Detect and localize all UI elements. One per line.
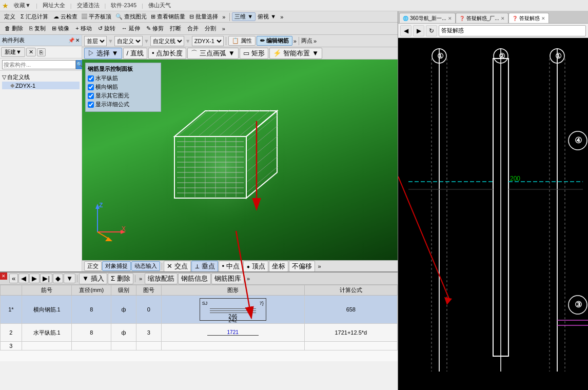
cb-transverse[interactable]: 横向钢筋: [88, 83, 159, 91]
row-name-3[interactable]: [22, 342, 72, 350]
row-formula-1[interactable]: 658: [304, 296, 397, 324]
address-bar[interactable]: [439, 25, 586, 36]
browser-content[interactable]: 200 ① ② ① ④: [398, 38, 588, 390]
intersection-btn[interactable]: ✕ 交点: [164, 261, 191, 272]
menu-define[interactable]: 定义: [2, 13, 17, 21]
menu-find[interactable]: 🔍 查找图元: [113, 13, 149, 21]
bookmark-4[interactable]: 软件·2345: [109, 2, 139, 9]
zoom-rebar-btn[interactable]: 缩放配筋: [145, 273, 178, 284]
more-table2[interactable]: »: [245, 276, 252, 282]
snap-btn[interactable]: 对象捕捉: [102, 261, 131, 271]
row-shape-1[interactable]: 0: [136, 296, 161, 324]
more-table[interactable]: »: [137, 276, 144, 282]
more-btn[interactable]: »: [293, 38, 297, 44]
menu-align-top[interactable]: ▤ 平齐板顶: [80, 13, 113, 21]
more-status[interactable]: »: [316, 263, 323, 269]
no-offset-btn[interactable]: 不偏移: [289, 261, 315, 272]
table-row[interactable]: 3: [1, 342, 398, 350]
row-formula-2[interactable]: 1721+12.5*d: [304, 324, 397, 342]
menu-3d[interactable]: 三维 ▼: [232, 12, 256, 21]
nav-diamond[interactable]: ◆: [53, 274, 63, 283]
row-grade-2[interactable]: ф: [111, 324, 136, 342]
tool-copy[interactable]: ⎘ 复制: [27, 24, 48, 33]
row-diameter-1[interactable]: 8: [72, 296, 111, 324]
menu-cloud-check[interactable]: ☁ 云检查: [51, 13, 80, 21]
menu-batch-select[interactable]: ⊟ 批量选择: [187, 13, 220, 21]
tool-rotate[interactable]: ↺ 旋转: [95, 24, 118, 33]
close-sidebar-icon[interactable]: ✕: [75, 37, 80, 43]
cb-show-formula[interactable]: 显示详细公式: [88, 101, 159, 108]
new-button[interactable]: 新建▼: [1, 47, 25, 57]
vertical-btn[interactable]: ⊥ 垂点: [191, 261, 219, 272]
row-formula-3[interactable]: [304, 342, 397, 350]
search-input[interactable]: [2, 60, 76, 69]
tab-close-3[interactable]: ✕: [541, 16, 545, 21]
vertex-btn[interactable]: ⬥ 顶点: [243, 261, 269, 272]
rebar-info-btn[interactable]: 钢筋信息: [178, 273, 211, 284]
delete-row-btn[interactable]: Σ 删除: [108, 273, 133, 284]
smart-layout-btn[interactable]: ⚡ 智能布置 ▼: [269, 48, 323, 59]
nav-first[interactable]: «: [9, 274, 18, 283]
browser-tab-1[interactable]: 🌐 360导航_新一... ✕: [399, 13, 456, 23]
type-select[interactable]: 自定义: [114, 36, 143, 46]
tool-delete[interactable]: 🗑 删除: [2, 24, 26, 33]
midpoint-btn[interactable]: • 中点: [219, 261, 242, 272]
row-shape-2[interactable]: 3: [136, 324, 161, 342]
tool-more[interactable]: »: [220, 25, 228, 32]
tab-close-1[interactable]: ✕: [448, 16, 452, 21]
rect-btn[interactable]: ▭ 矩形: [240, 48, 268, 59]
floor-select[interactable]: 首层: [84, 36, 107, 46]
3d-viewport[interactable]: 钢筋显示控制面板 水平纵筋 横向钢筋 显示其它图元: [82, 60, 398, 260]
edit-rebar-btn[interactable]: ✏ 编辑钢筋: [257, 36, 292, 46]
bookmark-2[interactable]: 网址大全: [41, 2, 67, 9]
nav-prev[interactable]: ◀: [18, 274, 29, 283]
row-name-1[interactable]: 横向钢筋.1: [22, 296, 72, 324]
nav-refresh[interactable]: ↻: [426, 25, 437, 36]
browser-tab-2[interactable]: ❓ 答疑解惑_厂... ✕: [456, 13, 508, 23]
point-length-btn[interactable]: • 点加长度: [148, 48, 186, 59]
elem-select[interactable]: ZDYX-1: [192, 36, 224, 46]
row-shape-3[interactable]: [136, 342, 161, 350]
menu-more2[interactable]: »: [278, 14, 285, 20]
menu-view[interactable]: 俯视 ▼: [256, 13, 278, 21]
insert-btn[interactable]: ▼ 插入: [79, 273, 107, 284]
tool-merge[interactable]: 合并: [185, 24, 201, 33]
line-select[interactable]: 自定义线: [150, 36, 184, 46]
row-name-2[interactable]: 水平纵筋.1: [22, 324, 72, 342]
arc-btn[interactable]: ⌒ 三点画弧 ▼: [187, 48, 239, 59]
nav-down[interactable]: ▼: [64, 274, 75, 283]
nav-forward[interactable]: ▶: [413, 25, 424, 36]
tool-打断[interactable]: 打断: [167, 24, 184, 33]
select-btn[interactable]: ▷ 选择 ▼: [84, 48, 122, 59]
pin-icon[interactable]: 📌: [68, 37, 74, 43]
nav-next[interactable]: ▶: [29, 274, 40, 283]
tree-child-1[interactable]: ◆ ZDYX-1: [2, 82, 80, 89]
star-bookmark[interactable]: ★: [2, 2, 9, 10]
nav-last[interactable]: ▶|: [40, 274, 52, 283]
row-grade-1[interactable]: ф: [111, 296, 136, 324]
row-diameter-3[interactable]: [72, 342, 111, 350]
tool-move[interactable]: + 移动: [73, 24, 94, 33]
tool-split[interactable]: 分割: [202, 24, 219, 33]
rebar-library-btn[interactable]: 钢筋图库: [211, 273, 244, 284]
dynamic-input-btn[interactable]: 动态输入: [131, 261, 160, 271]
tree-root[interactable]: ▽ 自定义线: [2, 73, 80, 82]
cb-horizontal[interactable]: 水平纵筋: [88, 74, 159, 82]
menu-summary[interactable]: Σ 汇总计算: [17, 13, 51, 21]
cb-show-others[interactable]: 显示其它图元: [88, 92, 159, 100]
delete-icon[interactable]: ✕: [26, 48, 36, 56]
property-btn[interactable]: 📋 属性: [228, 36, 256, 46]
coord-btn[interactable]: 坐标: [269, 261, 288, 272]
copy-component-btn[interactable]: ⎘: [37, 48, 46, 56]
table-close-btn[interactable]: ✕: [0, 272, 7, 280]
bookmark-5[interactable]: 佛山天气: [146, 2, 173, 9]
menu-more[interactable]: »: [220, 14, 227, 20]
row-figure-3[interactable]: [161, 342, 304, 350]
two-point-btn[interactable]: 两点: [301, 37, 312, 45]
tool-mirror[interactable]: ⊞ 镜像: [49, 24, 72, 33]
nav-back[interactable]: ◀: [400, 25, 411, 36]
more2-btn[interactable]: »: [313, 38, 317, 44]
tab-close-2[interactable]: ✕: [501, 16, 505, 21]
ortho-btn[interactable]: 正交: [84, 261, 102, 271]
table-row[interactable]: 1* 横向钢筋.1 8 ф 0 S: [1, 296, 398, 324]
